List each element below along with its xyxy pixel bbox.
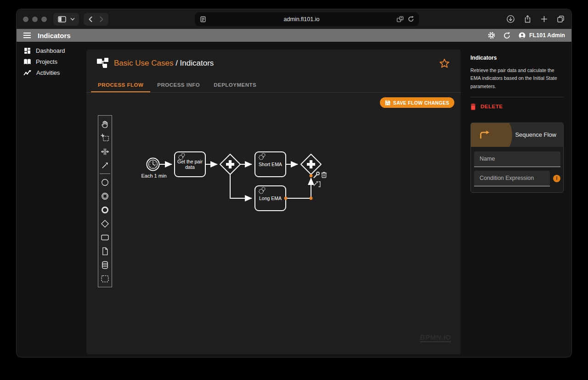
- forward-button[interactable]: [98, 16, 104, 22]
- dashboard-icon: [23, 47, 31, 55]
- context-pad: [314, 172, 327, 187]
- nav-buttons-group: [84, 13, 108, 26]
- sequence-flow-panel: Sequence Flow i: [470, 123, 564, 193]
- wrench-icon[interactable]: [314, 172, 320, 178]
- process-title: Indicators: [470, 55, 564, 61]
- tab-deployments[interactable]: DEPLOYMENTS: [207, 78, 263, 92]
- left-nav: Dashboard Projects Activities: [17, 42, 86, 357]
- user-menu[interactable]: FL101 Admin: [518, 32, 565, 39]
- breadcrumb-separator: /: [173, 59, 180, 67]
- chevron-down-icon[interactable]: [70, 17, 75, 21]
- task-label: data: [185, 164, 195, 170]
- info-icon[interactable]: i: [553, 175, 560, 182]
- page-settings-icon[interactable]: [199, 16, 207, 23]
- tab-process-info[interactable]: PROCESS INFO: [150, 78, 207, 92]
- panel-title: Sequence Flow: [515, 131, 563, 138]
- user-name: FL101 Admin: [529, 32, 565, 39]
- task-label: Long EMA: [259, 196, 282, 201]
- traffic-lights: [23, 17, 47, 22]
- sequence-flow-arrow-icon: [479, 130, 490, 140]
- nav-label: Activities: [36, 69, 60, 76]
- chrome-right-icons: [506, 15, 565, 23]
- properties-panel: Indicators Retrieve the pair data and ca…: [461, 42, 571, 357]
- connect-tool-icon[interactable]: [314, 181, 320, 187]
- app-title: Indicators: [38, 32, 71, 39]
- tab-bar: PROCESS FLOW PROCESS INFO DEPLOYMENTS: [86, 78, 461, 93]
- task-long-ema[interactable]: Long EMA: [255, 186, 286, 211]
- menu-icon[interactable]: [23, 32, 31, 39]
- favorite-star-icon[interactable]: [439, 58, 450, 68]
- breadcrumb-parent-link[interactable]: Basic Use Cases: [114, 59, 173, 67]
- sidebar-toggle-icon[interactable]: [57, 15, 67, 24]
- settings-gear-icon[interactable]: [487, 31, 496, 39]
- nav-item-dashboard[interactable]: Dashboard: [17, 45, 86, 56]
- downloads-icon[interactable]: [506, 15, 515, 23]
- process-card: Basic Use Cases / Indicators PROCESS FLO…: [86, 50, 461, 354]
- nav-item-projects[interactable]: Projects: [17, 56, 86, 67]
- bpmn-canvas[interactable]: SAVE FLOW CHANGES: [86, 93, 461, 354]
- browser-window: admin.fl101.io: [17, 9, 571, 357]
- timer-start-event[interactable]: Each 1 min: [141, 158, 166, 179]
- trash-icon[interactable]: [321, 172, 327, 178]
- parallel-gateway-join[interactable]: [301, 154, 321, 174]
- book-icon: [23, 58, 31, 65]
- back-button[interactable]: [88, 16, 94, 22]
- translate-icon[interactable]: [396, 16, 404, 23]
- workflow-icon: [96, 57, 109, 69]
- trash-icon: [470, 103, 476, 110]
- share-icon[interactable]: [523, 15, 532, 23]
- zoom-window-button[interactable]: [41, 17, 47, 22]
- activity-icon: [23, 69, 32, 76]
- nav-label: Dashboard: [36, 47, 65, 54]
- divider: [470, 97, 564, 97]
- close-window-button[interactable]: [23, 17, 28, 22]
- nav-label: Projects: [36, 58, 57, 65]
- delete-label: DELETE: [481, 104, 503, 109]
- url-wrap: admin.fl101.io: [113, 12, 501, 26]
- start-event-label: Each 1 min: [141, 173, 166, 179]
- parallel-gateway-split[interactable]: [220, 154, 240, 174]
- selection-waypoints[interactable]: [284, 174, 313, 200]
- delete-button[interactable]: DELETE: [470, 103, 564, 110]
- bpmn-io-watermark[interactable]: BPMN.IO: [420, 334, 451, 342]
- sidebar-toggle-group: [53, 13, 79, 26]
- selected-sequence-flow[interactable]: [286, 178, 311, 198]
- tab-process-flow[interactable]: PROCESS FLOW: [91, 78, 150, 92]
- task-label: Get the pair: [177, 159, 203, 164]
- minimize-window-button[interactable]: [32, 17, 38, 22]
- url-text[interactable]: admin.fl101.io: [207, 16, 396, 22]
- process-description: Retrieve the pair data and calculate the…: [470, 67, 562, 90]
- task-get-pair-data[interactable]: Get the pair data: [175, 152, 205, 177]
- name-input[interactable]: [474, 151, 560, 167]
- new-tab-icon[interactable]: [540, 15, 548, 23]
- app-header: Indicators FL101 Admin: [17, 29, 571, 42]
- browser-chrome: admin.fl101.io: [17, 9, 571, 29]
- sequence-flow-header: Sequence Flow: [471, 123, 563, 147]
- bpmn-diagram[interactable]: Each 1 min Get the pair data: [86, 93, 461, 357]
- condition-expression-input[interactable]: [474, 171, 550, 186]
- task-short-ema[interactable]: Short EMA: [255, 152, 286, 177]
- nav-item-activities[interactable]: Activities: [17, 67, 86, 78]
- tab-overview-icon[interactable]: [556, 15, 565, 23]
- account-icon: [518, 32, 526, 39]
- task-label: Short EMA: [259, 162, 282, 167]
- reload-icon[interactable]: [407, 16, 414, 22]
- breadcrumb: Basic Use Cases / Indicators: [114, 59, 214, 68]
- refresh-icon[interactable]: [503, 32, 511, 39]
- address-bar[interactable]: admin.fl101.io: [195, 12, 419, 26]
- breadcrumb-current: Indicators: [180, 59, 214, 67]
